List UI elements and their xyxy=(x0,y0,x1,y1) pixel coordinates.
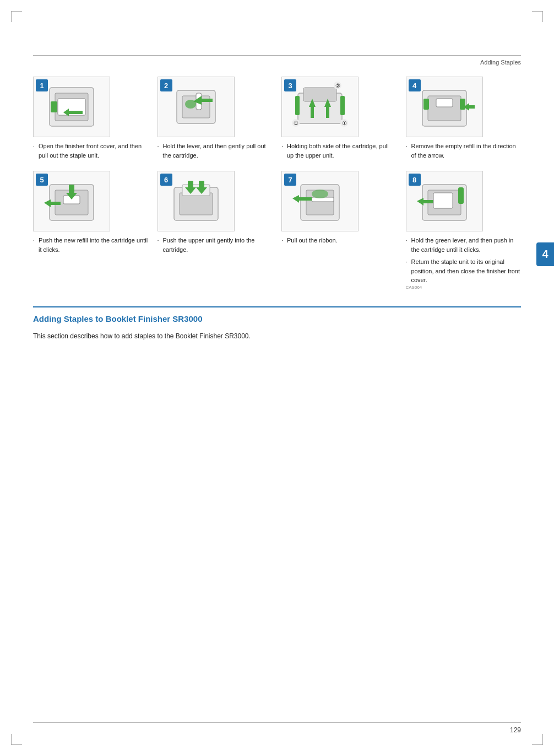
step-1-illustration xyxy=(39,82,105,132)
corner-mark-tl xyxy=(11,11,22,22)
step-1: 1 Open the finisher front cover, and the… xyxy=(33,77,149,160)
svg-rect-20 xyxy=(423,99,429,110)
step-1-number: 1 xyxy=(36,79,48,91)
corner-mark-br xyxy=(532,734,543,745)
step-7-number: 7 xyxy=(284,174,296,186)
step-5-number: 5 xyxy=(36,174,48,186)
step-8-illustration xyxy=(411,176,477,226)
step-8: 8 Hold the green lever, and then push in… xyxy=(406,171,522,290)
section-description: This section describes how to add staple… xyxy=(33,331,521,342)
page-header: Adding Staples xyxy=(33,59,521,66)
step-4-illustration xyxy=(411,82,477,132)
svg-rect-15 xyxy=(340,96,345,115)
section-divider xyxy=(33,306,521,307)
step-8-text2: Return the staple unit to its original p… xyxy=(406,257,522,285)
step-2-illustration xyxy=(163,82,229,132)
step-4: 4 Remove the empty refill in the directi… xyxy=(406,77,522,160)
bottom-rule xyxy=(33,722,521,723)
svg-rect-39 xyxy=(458,187,464,204)
step-1-image: 1 xyxy=(33,77,110,137)
step-2-number: 2 xyxy=(160,79,172,91)
top-rule xyxy=(33,55,521,56)
step-6-text: Push the upper unit gently into the cart… xyxy=(157,236,273,254)
step-4-text: Remove the empty refill in the direction… xyxy=(406,142,522,160)
svg-rect-4 xyxy=(51,101,57,112)
svg-rect-41 xyxy=(433,193,453,208)
step-3-text: Holding both side of the cartridge, pull… xyxy=(281,142,397,160)
svg-rect-14 xyxy=(295,96,300,115)
step-3-image: 3 ② ① ① xyxy=(281,77,359,137)
step-1-text: Open the finisher front cover, and then … xyxy=(33,142,149,160)
step-8-number: 8 xyxy=(409,174,421,186)
step-4-number: 4 xyxy=(409,79,421,91)
step-3-sub-1a: ① xyxy=(292,119,300,127)
section-title: Adding Staples to Booklet Finisher SR300… xyxy=(33,314,521,323)
step-5-image: 5 xyxy=(33,171,110,231)
chapter-tab: 4 xyxy=(536,242,554,266)
step-7: 7 Pull out the ribbon. xyxy=(281,171,397,290)
svg-point-36 xyxy=(312,190,328,198)
page-number: 129 xyxy=(510,726,521,734)
svg-rect-21 xyxy=(460,99,465,110)
svg-rect-28 xyxy=(180,193,213,215)
step-2-text: Hold the lever, and then gently pull out… xyxy=(157,142,273,160)
step-3-sub-1b: ① xyxy=(340,119,348,127)
corner-mark-tr xyxy=(532,11,543,22)
step-5-text: Push the new refill into the cartridge u… xyxy=(33,236,149,254)
step-5-illustration xyxy=(39,176,105,226)
step-7-image: 7 xyxy=(281,171,359,231)
step-6-number: 6 xyxy=(160,174,172,186)
svg-rect-18 xyxy=(436,99,453,107)
step-3-number: 3 xyxy=(284,79,296,91)
step-6-image: 6 xyxy=(157,171,235,231)
header-title: Adding Staples xyxy=(480,59,521,66)
step-8-image: 8 xyxy=(406,171,483,231)
step-4-image: 4 xyxy=(406,77,483,137)
corner-mark-bl xyxy=(11,734,22,745)
step-3-sub-2: ② xyxy=(334,82,341,89)
step-6-illustration xyxy=(163,176,229,226)
step-6: 6 Push the upper unit gently into the ca… xyxy=(157,171,273,290)
step-8-text: Hold the green lever, and then push in t… xyxy=(406,236,522,254)
steps-grid: 1 Open the finisher front cover, and the… xyxy=(33,77,521,290)
step-7-illustration xyxy=(287,176,353,226)
svg-rect-11 xyxy=(303,88,336,101)
step-3: 3 ② ① ① Holding both side xyxy=(281,77,397,160)
cas-code: CAS064 xyxy=(406,285,522,290)
svg-point-9 xyxy=(185,100,196,109)
step-7-text: Pull out the ribbon. xyxy=(281,236,397,245)
svg-rect-29 xyxy=(182,185,210,196)
step-2: 2 Hold the lever, and then gently pull o… xyxy=(157,77,273,160)
step-5: 5 Push the new refill into the cartridge… xyxy=(33,171,149,290)
step-2-image: 2 xyxy=(157,77,235,137)
